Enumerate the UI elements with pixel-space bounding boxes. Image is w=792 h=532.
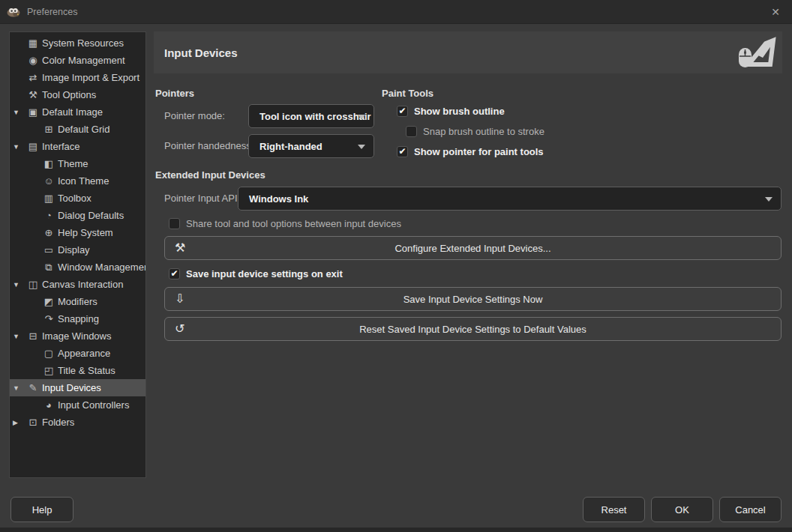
reset-icon: ↺ [175, 323, 184, 335]
expander-down-icon[interactable]: ▼ [13, 333, 26, 340]
checkbox-icon [397, 106, 408, 117]
reset-button[interactable]: Reset [583, 497, 645, 522]
appearance-icon: ▢ [42, 348, 56, 359]
sidebar-item-label: Toolbox [58, 193, 92, 204]
page-title: Input Devices [164, 46, 238, 59]
sidebar-item-label: Default Grid [58, 124, 110, 135]
sidebar-item-label: Theme [58, 158, 88, 169]
sidebar-item-interface[interactable]: ▼▤Interface [10, 138, 146, 155]
sidebar-item-label: Image Windows [42, 330, 111, 342]
sidebar-item-label: Appearance [58, 348, 110, 359]
snapping-icon: ↷ [42, 313, 56, 324]
sidebar-item-toolbox[interactable]: ▥Toolbox [10, 190, 146, 207]
sidebar-item-label: Folders [42, 417, 74, 428]
display-icon: ▭ [42, 244, 56, 256]
sidebar-item-label: Input Devices [42, 382, 101, 393]
sidebar-item-label: Tool Options [42, 89, 96, 100]
button-label: Configure Extended Input Devices... [394, 243, 550, 254]
sidebar-item-image-windows[interactable]: ▼⊟Image Windows [10, 327, 146, 345]
configure-extended-input-devices-button[interactable]: ⚒ Configure Extended Input Devices... [164, 236, 782, 260]
sidebar-item-label: Help System [58, 227, 113, 238]
show-brush-outline-checkbox[interactable]: Show brush outline [397, 105, 505, 117]
sidebar-item-label: Canvas Interaction [42, 279, 123, 290]
ok-button[interactable]: OK [651, 497, 713, 522]
expander-right-icon[interactable]: ▶ [13, 419, 26, 426]
input-devices-icon [736, 36, 776, 72]
theme-icon: ◧ [42, 158, 56, 169]
sidebar-item-label: Input Controllers [58, 399, 129, 411]
snap-brush-outline-checkbox[interactable]: Snap brush outline to stroke [406, 125, 544, 137]
sidebar-item-label: Icon Theme [58, 175, 109, 187]
save-settings-on-exit-checkbox[interactable]: Save input device settings on exit [169, 267, 343, 279]
checkbox-label: Save input device settings on exit [186, 268, 343, 279]
sidebar-item-dialog-defaults[interactable]: ◔Dialog Defaults [10, 207, 146, 224]
window-management-icon: ⧉ [42, 262, 56, 273]
sidebar-item-icon-theme[interactable]: ☺Icon Theme [10, 172, 146, 190]
chevron-down-icon [765, 197, 772, 202]
title-status-icon: ◰ [42, 365, 56, 376]
sidebar-item-window-management[interactable]: ⧉Window Management [10, 259, 146, 276]
pointer-mode-select[interactable]: Tool icon with crosshair [248, 104, 374, 128]
sidebar-item-tool-options[interactable]: ⚒Tool Options [10, 86, 146, 103]
sidebar-item-input-controllers[interactable]: ◕Input Controllers [10, 396, 146, 414]
show-pointer-paint-tools-checkbox[interactable]: Show pointer for paint tools [397, 145, 544, 157]
wrench-screwdriver-icon: ⚒ [175, 242, 185, 254]
sidebar-item-image-import-export[interactable]: ⇄Image Import & Export [10, 69, 146, 86]
input-devices-icon: ✎ [26, 382, 40, 393]
modifiers-icon: ◩ [42, 296, 56, 307]
window-bottom-edge [0, 528, 792, 532]
sidebar-item-system-resources[interactable]: ▦System Resources [10, 34, 146, 52]
interface-icon: ▤ [26, 141, 40, 152]
sidebar-item-display[interactable]: ▭Display [10, 241, 146, 259]
default-image-icon: ▣ [26, 106, 40, 118]
expander-down-icon[interactable]: ▼ [13, 143, 26, 151]
sidebar-item-default-grid[interactable]: ⊞Default Grid [10, 121, 146, 138]
sidebar-item-input-devices[interactable]: ▼✎Input Devices [10, 379, 146, 396]
pointer-input-api-select[interactable]: Windows Ink [238, 187, 782, 211]
import-export-icon: ⇄ [26, 72, 40, 83]
close-button[interactable]: ✕ [759, 0, 792, 23]
image-windows-icon: ⊟ [26, 330, 40, 342]
button-label: Reset Saved Input Device Settings to Def… [359, 324, 586, 335]
checkbox-icon [169, 218, 180, 229]
share-tool-options-checkbox[interactable]: Share tool and tool options between inpu… [169, 217, 401, 229]
sidebar-item-help-system[interactable]: ⊕Help System [10, 224, 146, 241]
chevron-down-icon [358, 145, 365, 149]
expander-down-icon[interactable]: ▼ [13, 384, 26, 392]
sidebar-item-snapping[interactable]: ↷Snapping [10, 310, 146, 327]
checkbox-icon [397, 146, 408, 157]
checkbox-label: Show brush outline [414, 106, 505, 117]
expander-down-icon[interactable]: ▼ [13, 281, 26, 288]
help-button[interactable]: Help [10, 497, 74, 522]
sidebar-item-label: Default Image [42, 106, 103, 118]
save-input-device-settings-now-button[interactable]: ⇩ Save Input Device Settings Now [164, 287, 782, 311]
extended-input-devices-heading: Extended Input Devices [155, 169, 266, 181]
canvas-interaction-icon: ◫ [26, 279, 40, 290]
chevron-down-icon [358, 115, 365, 119]
toolbox-icon: ▥ [42, 193, 56, 204]
sidebar-item-appearance[interactable]: ▢Appearance [10, 345, 146, 362]
sidebar-item-title-status[interactable]: ◰Title & Status [10, 362, 146, 379]
sidebar-item-modifiers[interactable]: ◩Modifiers [10, 293, 146, 310]
pointer-handedness-select[interactable]: Right-handed [248, 134, 374, 158]
sidebar-item-theme[interactable]: ◧Theme [10, 155, 146, 172]
pointer-handedness-value: Right-handed [260, 141, 322, 152]
reset-saved-input-device-settings-button[interactable]: ↺ Reset Saved Input Device Settings to D… [164, 317, 782, 341]
sidebar-item-label: Color Management [42, 55, 125, 66]
pointer-mode-label: Pointer mode: [164, 110, 225, 122]
expander-down-icon[interactable]: ▼ [13, 109, 26, 116]
color-management-icon: ◉ [26, 55, 40, 66]
sidebar-item-label: System Resources [42, 37, 124, 49]
cancel-button[interactable]: Cancel [719, 497, 782, 522]
sidebar-item-label: Display [58, 244, 90, 256]
page-header: Input Devices [154, 31, 782, 73]
sidebar-item-folders[interactable]: ▶⊡Folders [10, 414, 146, 431]
sidebar-item-label: Snapping [58, 313, 99, 324]
tool-options-icon: ⚒ [26, 89, 40, 100]
checkbox-label: Snap brush outline to stroke [423, 126, 544, 137]
sidebar-item-canvas-interaction[interactable]: ▼◫Canvas Interaction [10, 276, 146, 293]
sidebar-item-label: Window Management [58, 262, 146, 273]
sidebar-item-color-management[interactable]: ◉Color Management [10, 52, 146, 69]
checkbox-label: Share tool and tool options between inpu… [186, 218, 401, 229]
sidebar-item-default-image[interactable]: ▼▣Default Image [10, 103, 146, 121]
